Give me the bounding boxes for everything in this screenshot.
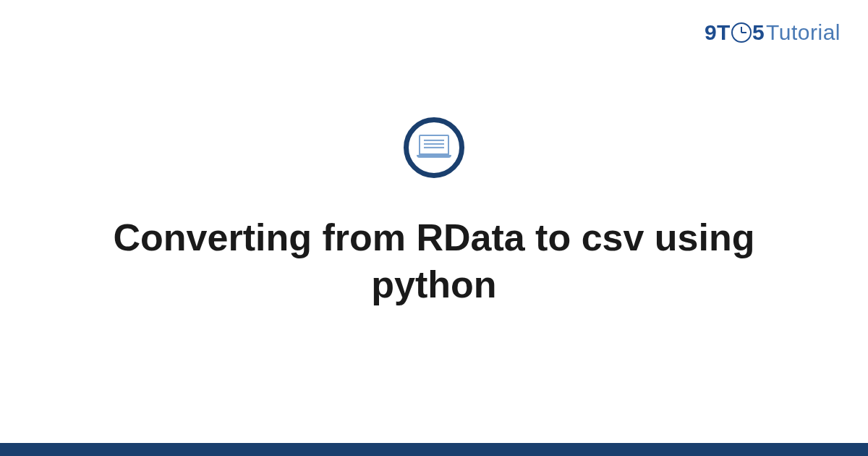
clock-icon — [731, 22, 752, 43]
logo-text-9t: 9T — [705, 20, 731, 45]
page-title: Converting from RData to csv using pytho… — [109, 214, 760, 308]
site-logo: 9T 5 Tutorial — [705, 20, 841, 45]
logo-text-tutorial: Tutorial — [766, 20, 841, 45]
main-content: Converting from RData to csv using pytho… — [0, 117, 868, 308]
footer-bar — [0, 443, 868, 456]
laptop-icon — [417, 135, 451, 161]
laptop-base — [417, 155, 451, 158]
laptop-icon-circle — [404, 117, 464, 178]
logo-text-5: 5 — [752, 20, 765, 45]
laptop-screen — [419, 135, 449, 155]
